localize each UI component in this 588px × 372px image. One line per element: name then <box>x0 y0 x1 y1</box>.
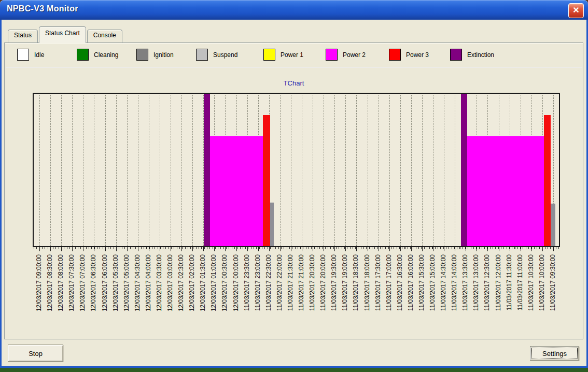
x-tick-label: 11/03/2017 12:30:00 <box>484 254 491 311</box>
x-tick-label: 11/03/2017 19:00:00 <box>342 254 348 311</box>
x-axis-major-tick <box>61 247 62 251</box>
x-axis-major-tick <box>466 247 466 251</box>
x-axis-major-tick <box>389 247 390 251</box>
gridline <box>116 95 117 246</box>
gridline <box>345 95 346 246</box>
x-tick-label: 11/03/2017 09:30:00 <box>550 254 556 311</box>
x-axis-major-tick <box>334 247 335 251</box>
legend-swatch-power-2 <box>326 49 338 61</box>
x-tick-label: 12/03/2017 08:30:00 <box>47 254 53 311</box>
x-tick-label: 11/03/2017 18:30:00 <box>353 254 359 311</box>
x-axis-major-tick <box>83 247 83 251</box>
x-axis-major-tick <box>510 247 510 251</box>
tab-console[interactable]: Console <box>87 30 122 42</box>
gridline <box>50 95 51 246</box>
x-axis-major-tick <box>225 247 226 251</box>
x-axis-major-tick <box>302 247 302 251</box>
x-tick-label: 12/03/2017 09:00:00 <box>36 254 43 311</box>
gridline <box>324 95 324 246</box>
x-tick-label: 11/03/2017 13:00:00 <box>473 254 480 311</box>
x-tick-label: 11/03/2017 18:00:00 <box>364 254 371 311</box>
chart-title: TChart <box>5 79 583 87</box>
legend-label: Ignition <box>153 51 174 59</box>
x-tick-label: 12/03/2017 04:00:00 <box>145 254 152 311</box>
x-axis-major-tick <box>171 247 171 251</box>
x-tick-label: 12/03/2017 05:00:00 <box>123 254 130 311</box>
x-tick-label: 12/03/2017 03:30:00 <box>156 254 163 311</box>
x-axis-major-tick <box>313 247 313 251</box>
window-client-area: StatusStatus ChartConsole IdleCleaningIg… <box>0 20 588 368</box>
x-tick-label: 11/03/2017 14:30:00 <box>440 254 447 311</box>
x-tick-label: 11/03/2017 11:00:00 <box>517 254 524 310</box>
x-tick-label: 11/03/2017 20:30:00 <box>309 254 316 311</box>
x-axis-major-tick <box>400 247 401 251</box>
x-tick-label: 12/03/2017 02:30:00 <box>178 254 185 311</box>
x-axis-major-tick <box>94 247 94 251</box>
x-tick-label: 11/03/2017 16:00:00 <box>408 254 414 311</box>
x-tick-label: 12/03/2017 04:30:00 <box>134 254 141 311</box>
status-chart-page: IdleCleaningIgnitionSuspendPower 1Power … <box>4 42 583 339</box>
x-axis-major-tick <box>280 247 281 251</box>
x-axis-major-tick <box>127 247 128 251</box>
gridline <box>422 95 423 246</box>
x-tick-label: 12/03/2017 02:00:00 <box>189 254 195 311</box>
legend-swatch-suspend <box>196 49 208 61</box>
x-tick-label: 12/03/2017 01:30:00 <box>200 254 206 311</box>
tab-status[interactable]: Status <box>8 30 38 42</box>
x-axis-major-tick <box>455 247 455 251</box>
x-axis-major-tick <box>542 247 543 251</box>
x-tick-label: 11/03/2017 10:30:00 <box>528 254 535 311</box>
x-axis-major-tick <box>368 247 368 251</box>
app-window: NPBC-V3 Monitor ✕ StatusStatus ChartCons… <box>0 0 588 370</box>
x-tick-label: 11/03/2017 14:00:00 <box>451 254 458 311</box>
x-tick-label: 12/03/2017 07:30:00 <box>68 254 75 311</box>
x-axis-major-tick <box>291 247 291 251</box>
legend-label: Cleaning <box>94 51 118 59</box>
x-axis-major-tick <box>553 247 554 251</box>
x-axis-major-tick <box>444 247 444 251</box>
bar-ignition <box>551 204 555 246</box>
title-bar[interactable]: NPBC-V3 Monitor ✕ <box>0 0 588 20</box>
x-tick-label: 11/03/2017 15:30:00 <box>418 254 425 311</box>
x-tick-label: 12/03/2017 07:00:00 <box>79 254 86 311</box>
bar-ignition <box>270 203 274 246</box>
gridline <box>356 95 357 246</box>
x-axis-major-tick <box>138 247 138 251</box>
chart-plot-area <box>33 93 560 247</box>
close-button[interactable]: ✕ <box>568 3 584 18</box>
x-axis-major-tick <box>116 247 117 251</box>
x-tick-label: 11/03/2017 10:00:00 <box>539 254 545 311</box>
x-axis-major-tick <box>72 247 73 251</box>
stop-button[interactable]: Stop <box>8 345 63 362</box>
legend-label: Power 3 <box>406 51 429 59</box>
bar-extinction <box>204 94 210 246</box>
x-axis-major-tick <box>192 247 193 251</box>
x-tick-label: 11/03/2017 23:00:00 <box>255 254 261 311</box>
x-tick-label: 11/03/2017 11:30:00 <box>506 254 513 310</box>
x-tick-label: 12/03/2017 06:00:00 <box>102 254 108 311</box>
gridline <box>127 95 128 246</box>
x-axis-minor-ticks <box>34 247 559 249</box>
window-title: NPBC-V3 Monitor <box>7 4 78 13</box>
bar-power-3 <box>544 115 551 246</box>
gridline <box>313 95 313 246</box>
legend-item-extinction: Extinction <box>450 49 494 61</box>
settings-button[interactable]: Settings <box>530 346 579 361</box>
x-axis-major-tick <box>247 247 248 251</box>
gridline <box>291 95 291 246</box>
x-tick-label: 12/03/2017 06:30:00 <box>90 254 97 311</box>
legend-item-power-2: Power 2 <box>326 49 366 61</box>
x-tick-label: 11/03/2017 22:00:00 <box>276 254 283 311</box>
x-tick-label: 11/03/2017 20:00:00 <box>320 254 327 311</box>
gridline <box>138 95 138 246</box>
tab-status-chart[interactable]: Status Chart <box>39 26 86 43</box>
legend-item-idle: Idle <box>17 49 44 61</box>
x-axis-major-tick <box>356 247 357 251</box>
state-legend: IdleCleaningIgnitionSuspendPower 1Power … <box>6 44 582 67</box>
x-tick-label: 11/03/2017 17:00:00 <box>386 254 393 311</box>
x-tick-label: 11/03/2017 16:30:00 <box>397 254 403 311</box>
bar-extinction <box>461 94 467 246</box>
bar-power-3 <box>263 115 270 246</box>
x-tick-label: 12/03/2017 08:00:00 <box>58 254 64 311</box>
x-axis-major-tick <box>521 247 521 251</box>
